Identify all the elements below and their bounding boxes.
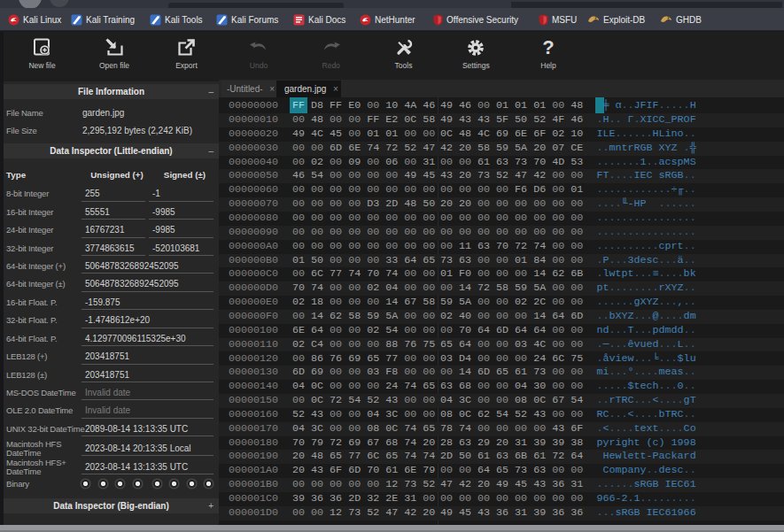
svg-text:?: ? [542,37,554,58]
